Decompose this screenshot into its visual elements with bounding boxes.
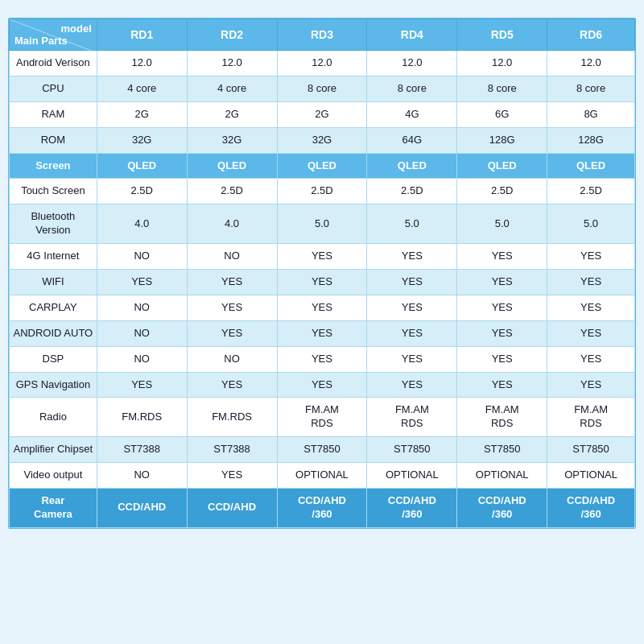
cell-r3-c2: 32G <box>277 127 367 153</box>
cell-r8-c0: YES <box>97 270 187 295</box>
cell-r10-c0: NO <box>97 320 187 346</box>
cell-r3-c0: 32G <box>97 127 187 153</box>
cell-r7-c4: YES <box>457 244 547 270</box>
cell-r6-c3: 5.0 <box>367 204 457 244</box>
row-label-6: Bluetooth Version <box>10 204 97 244</box>
table-row: DSPNONOYESYESYESYES <box>10 346 635 372</box>
row-label-15: Video output <box>10 463 97 489</box>
row-label-13: Radio <box>10 398 97 437</box>
cell-r5-c5: 2.5D <box>547 179 635 204</box>
cell-r13-c1: FM.RDS <box>187 398 277 437</box>
cell-r11-c3: YES <box>367 346 457 372</box>
cell-r7-c3: YES <box>367 244 457 270</box>
cell-r12-c3: YES <box>367 372 457 398</box>
cell-r6-c5: 5.0 <box>547 204 635 244</box>
row-label-1: CPU <box>10 76 97 101</box>
cell-r1-c4: 8 core <box>457 76 547 101</box>
cell-r8-c3: YES <box>367 270 457 295</box>
cell-r13-c0: FM.RDS <box>97 398 187 437</box>
cell-r7-c2: YES <box>277 244 367 270</box>
cell-r8-c5: YES <box>547 270 635 295</box>
row-label-7: 4G Internet <box>10 244 97 270</box>
cell-r10-c1: YES <box>187 320 277 346</box>
cell-r16-c0: CCD/AHD <box>97 489 187 528</box>
cell-r12-c1: YES <box>187 372 277 398</box>
col-header-RD5: RD5 <box>457 19 547 51</box>
cell-r1-c3: 8 core <box>367 76 457 101</box>
cell-r13-c4: FM.AM RDS <box>457 398 547 437</box>
cell-r5-c0: 2.5D <box>97 179 187 204</box>
corner-header: model Main Parts <box>10 19 97 51</box>
cell-r12-c2: YES <box>277 372 367 398</box>
row-label-4: Screen <box>10 153 97 179</box>
cell-r0-c5: 12.0 <box>547 51 635 76</box>
cell-r5-c1: 2.5D <box>187 179 277 204</box>
row-label-11: DSP <box>10 346 97 372</box>
row-label-12: GPS Navigation <box>10 372 97 398</box>
row-label-2: RAM <box>10 101 97 127</box>
col-header-RD2: RD2 <box>187 19 277 51</box>
cell-r9-c1: YES <box>187 295 277 320</box>
cell-r2-c2: 2G <box>277 101 367 127</box>
cell-r11-c0: NO <box>97 346 187 372</box>
cell-r0-c0: 12.0 <box>97 51 187 76</box>
cell-r13-c5: FM.AM RDS <box>547 398 635 437</box>
cell-r10-c5: YES <box>547 320 635 346</box>
cell-r15-c1: YES <box>187 463 277 489</box>
cell-r1-c2: 8 core <box>277 76 367 101</box>
cell-r13-c3: FM.AM RDS <box>367 398 457 437</box>
cell-r16-c5: CCD/AHD /360 <box>547 489 635 528</box>
cell-r2-c5: 8G <box>547 101 635 127</box>
row-label-0: Android Verison <box>10 51 97 76</box>
cell-r0-c3: 12.0 <box>367 51 457 76</box>
table-row: Rear CameraCCD/AHDCCD/AHDCCD/AHD /360CCD… <box>10 489 635 528</box>
table-row: ANDROID AUTONOYESYESYESYESYES <box>10 320 635 346</box>
cell-r2-c1: 2G <box>187 101 277 127</box>
cell-r13-c2: FM.AM RDS <box>277 398 367 437</box>
cell-r11-c5: YES <box>547 346 635 372</box>
cell-r15-c5: OPTIONAL <box>547 463 635 489</box>
row-label-14: Amplifier Chipset <box>10 437 97 463</box>
cell-r8-c1: YES <box>187 270 277 295</box>
cell-r4-c2: QLED <box>277 153 367 179</box>
cell-r10-c4: YES <box>457 320 547 346</box>
cell-r9-c2: YES <box>277 295 367 320</box>
cell-r16-c1: CCD/AHD <box>187 489 277 528</box>
cell-r16-c2: CCD/AHD /360 <box>277 489 367 528</box>
cell-r0-c2: 12.0 <box>277 51 367 76</box>
corner-model-label: model <box>14 23 92 35</box>
col-header-RD6: RD6 <box>547 19 635 51</box>
corner-parts-label: Main Parts <box>14 35 92 47</box>
cell-r14-c0: ST7388 <box>97 437 187 463</box>
cell-r4-c1: QLED <box>187 153 277 179</box>
cell-r16-c4: CCD/AHD /360 <box>457 489 547 528</box>
cell-r1-c5: 8 core <box>547 76 635 101</box>
cell-r9-c0: NO <box>97 295 187 320</box>
cell-r0-c4: 12.0 <box>457 51 547 76</box>
col-header-RD1: RD1 <box>97 19 187 51</box>
cell-r11-c1: NO <box>187 346 277 372</box>
table-row: Bluetooth Version4.04.05.05.05.05.0 <box>10 204 635 244</box>
cell-r10-c3: YES <box>367 320 457 346</box>
table-row: Video outputNOYESOPTIONALOPTIONALOPTIONA… <box>10 463 635 489</box>
cell-r15-c3: OPTIONAL <box>367 463 457 489</box>
table-row: CARPLAYNOYESYESYESYESYES <box>10 295 635 320</box>
table-row: ROM32G32G32G64G128G128G <box>10 127 635 153</box>
table-row: Amplifier ChipsetST7388ST7388ST7850ST785… <box>10 437 635 463</box>
cell-r4-c5: QLED <box>547 153 635 179</box>
cell-r14-c3: ST7850 <box>367 437 457 463</box>
cell-r9-c5: YES <box>547 295 635 320</box>
cell-r4-c0: QLED <box>97 153 187 179</box>
table-row: GPS NavigationYESYESYESYESYESYES <box>10 372 635 398</box>
cell-r6-c4: 5.0 <box>457 204 547 244</box>
cell-r15-c4: OPTIONAL <box>457 463 547 489</box>
cell-r14-c2: ST7850 <box>277 437 367 463</box>
cell-r4-c3: QLED <box>367 153 457 179</box>
cell-r7-c0: NO <box>97 244 187 270</box>
table-row: ScreenQLEDQLEDQLEDQLEDQLEDQLED <box>10 153 635 179</box>
cell-r7-c5: YES <box>547 244 635 270</box>
cell-r12-c5: YES <box>547 372 635 398</box>
cell-r11-c2: YES <box>277 346 367 372</box>
table-row: Android Verison12.012.012.012.012.012.0 <box>10 51 635 76</box>
cell-r12-c0: YES <box>97 372 187 398</box>
